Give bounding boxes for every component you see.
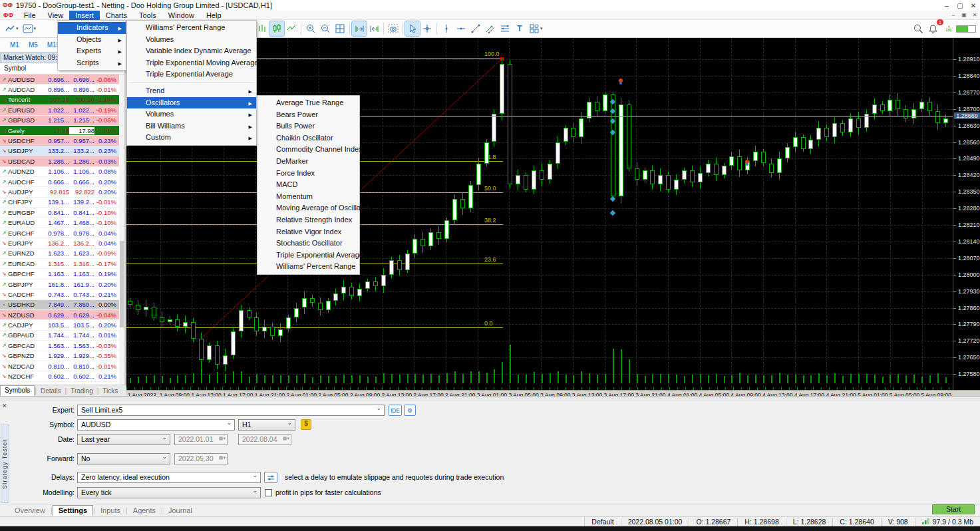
zoom-in-icon[interactable] (303, 21, 318, 36)
menu-item-momentum[interactable]: Momentum (257, 191, 359, 203)
market-watch-row-nzdcad[interactable]: ↘NZDCAD0.810...0.810...-0.01% (0, 361, 121, 371)
restore-button[interactable]: ▢ (953, 2, 967, 9)
market-watch-row-eurusd[interactable]: ↗EURUSD1.022...1.022...-0.19% (0, 105, 121, 115)
menu-item-oscillators[interactable]: Oscillators▶ (127, 97, 256, 109)
menu-charts[interactable]: Charts (100, 11, 133, 20)
menu-item-triple-exponential-average[interactable]: Triple Exponential Average (257, 250, 359, 262)
menu-item-chaikin-oscillator[interactable]: Chaikin Oscillator (257, 132, 359, 144)
menu-item-bill-williams[interactable]: Bill Williams▶ (127, 120, 256, 132)
date-mode-select[interactable]: Last year (77, 434, 170, 445)
market-watch-row-nzdchf[interactable]: ↘NZDCHF0.602...0.602...0.21% (0, 371, 121, 381)
period-select[interactable]: H1 (238, 419, 295, 431)
menu-insert[interactable]: Insert (69, 11, 100, 20)
chart-type-icon[interactable] (3, 21, 17, 36)
market-watch-row-audcad[interactable]: ↗AUDCAD0.896...0.896...-0.01% (0, 85, 121, 94)
menu-item-triple-exponential-moving-average[interactable]: Triple Exponential Moving Average (127, 57, 256, 69)
market-watch-row-audusd[interactable]: ↗AUDUSD0.696...0.696...-0.06% (0, 75, 121, 85)
market-watch-row-cadchf[interactable]: ↘CADCHF0.743...0.743...0.21% (0, 289, 121, 299)
market-watch-row-usdhkd[interactable]: •USDHKD7.849...7.850...0.00% (0, 300, 121, 310)
market-watch-tab-details[interactable]: Details (37, 387, 65, 395)
price-axis[interactable]: 1.289101.288401.287701.287001.286301.285… (953, 38, 980, 390)
menu-item-triple-exponential-average[interactable]: Triple Exponential Average (127, 69, 256, 81)
chart-minimize-button[interactable]: – (948, 12, 959, 18)
market-watch-row-usdcad[interactable]: ↘USDCAD1.286...1.286...0.03% (0, 156, 121, 166)
menu-item-moving-average-of-oscillator[interactable]: Moving Average of Oscillator (257, 202, 359, 214)
symbol-select[interactable]: AUDUSD (77, 419, 235, 431)
market-watch-row-eurcad[interactable]: ↗EURCAD1.315...1.316...-0.17% (0, 259, 121, 269)
crosshair-icon[interactable] (420, 21, 434, 36)
date-from-field[interactable]: 2022.01.01 (174, 434, 228, 445)
horizontal-line-tool-icon[interactable] (454, 21, 468, 36)
text-tool-icon[interactable]: T (512, 21, 527, 36)
market-watch-row-audnzd[interactable]: ↗AUDNZD1.106...1.106...0.08% (0, 167, 121, 177)
menu-view[interactable]: View (42, 11, 70, 20)
market-watch-row-audchf[interactable]: ↗AUDCHF0.666...0.666...0.20% (0, 177, 121, 187)
expert-settings-gear-icon[interactable]: ⚙ (404, 405, 416, 416)
market-watch-tab-symbols[interactable]: Symbols (0, 385, 35, 396)
close-button[interactable]: ✕ (967, 2, 980, 9)
symbol-properties-button[interactable]: $ (301, 419, 311, 430)
market-watch-row-nzdusd[interactable]: ↘NZDUSD0.629...0.629...-0.04% (0, 310, 121, 320)
cursor-icon[interactable] (405, 21, 420, 36)
minimize-button[interactable]: – (940, 2, 953, 9)
tile-windows-icon[interactable] (333, 21, 347, 36)
zoom-out-icon[interactable] (318, 21, 333, 36)
equidistant-channel-icon[interactable] (498, 21, 512, 36)
menu-item-williams-percent-range[interactable]: Williams' Percent Range (127, 22, 256, 34)
tester-tab-overview[interactable]: Overview (9, 506, 51, 515)
market-watch-row-gbpnzd[interactable]: ↘GBPNZD1.929...1.929...-0.35% (0, 351, 121, 361)
tester-tab-journal[interactable]: Journal (163, 506, 198, 515)
menu-item-williams-percent-range[interactable]: Williams' Percent Range (257, 261, 359, 273)
tester-tab-settings[interactable]: Settings (53, 505, 93, 516)
menu-item-variable-index-dynamic-average[interactable]: Variable Index Dynamic Average (127, 45, 256, 57)
menu-item-indicators[interactable]: Indicators▶ (58, 22, 126, 34)
menu-item-volumes[interactable]: Volumes▶ (127, 108, 256, 120)
start-button[interactable]: Start (932, 504, 975, 514)
market-watch-row-usdchf[interactable]: ↘USDCHF0.957...0.957...0.23% (0, 136, 121, 146)
menu-item-bears-power[interactable]: Bears Power (257, 109, 359, 121)
market-watch-row-eurnzd[interactable]: ↗EURNZD1.623...1.623...-0.09% (0, 249, 121, 259)
vertical-line-tool-icon[interactable] (439, 21, 454, 36)
market-watch-row-eurjpy[interactable]: ↘EURJPY136.2...136.2...0.04% (0, 238, 121, 248)
market-watch-row-gbpcad[interactable]: ↗GBPCAD1.563...1.563...-0.03% (0, 341, 121, 351)
menu-item-relative-strength-index[interactable]: Relative Strength Index (257, 214, 359, 226)
fibonacci-line-0-0[interactable] (126, 327, 503, 328)
market-watch-row-audjpy[interactable]: ↘AUDJPY92.81592.8220.20% (0, 187, 121, 197)
menu-item-relative-vigor-index[interactable]: Relative Vigor Index (257, 226, 359, 238)
profit-pips-checkbox[interactable] (265, 489, 272, 496)
menu-file[interactable]: File (18, 11, 42, 20)
menu-item-demarker[interactable]: DeMarker (257, 156, 359, 168)
date-to-field[interactable]: 2022.08.04 (238, 434, 291, 445)
market-watch-row-eurchf[interactable]: ↗EURCHF0.978...0.978...0.04% (0, 228, 121, 238)
market-watch-row-usdjpy[interactable]: ↘USDJPY133.2...133.2...0.23% (0, 146, 121, 156)
line-chart-mode-icon[interactable] (284, 21, 299, 36)
channel-tool-icon[interactable] (483, 21, 498, 36)
market-watch-row-cadjpy[interactable]: ↗CADJPY103.5...103.5...0.20% (0, 320, 121, 330)
menu-item-bulls-power[interactable]: Bulls Power (257, 120, 359, 132)
delays-select[interactable]: Zero latency, ideal execution (77, 472, 261, 483)
modelling-select[interactable]: Every tick (77, 487, 261, 498)
market-watch-row-euraud[interactable]: ↗EURAUD1.467...1.468...-0.10% (0, 218, 121, 228)
delay-settings-icon[interactable] (264, 472, 277, 483)
menu-item-average-true-range[interactable]: Average True Range (257, 97, 359, 109)
menu-item-custom[interactable]: Custom▶ (127, 132, 256, 144)
menu-window[interactable]: Window (162, 11, 200, 20)
screenshot-icon[interactable] (386, 21, 401, 36)
candlestick-mode-icon[interactable] (269, 21, 284, 36)
indicator-window-icon[interactable] (21, 21, 35, 36)
forward-date-field[interactable]: 2022.05.30 (174, 453, 228, 464)
market-watch-row-gbpchf[interactable]: ↘GBPCHF1.163...1.163...0.19% (0, 269, 121, 279)
menu-item-force-index[interactable]: Force Index (257, 168, 359, 180)
notifications-icon[interactable]: 1 (926, 21, 941, 36)
objects-tool-icon[interactable] (527, 21, 542, 36)
status-segment-0[interactable]: Default (584, 518, 620, 526)
menu-item-macd[interactable]: MACD (257, 179, 359, 191)
chart-restore-button[interactable]: ▣ (959, 12, 969, 18)
tester-tab-inputs[interactable]: Inputs (95, 506, 126, 515)
menu-item-trend[interactable]: Trend▶ (127, 85, 256, 97)
menu-tools[interactable]: Tools (133, 11, 162, 20)
menu-item-stochastic-oscillator[interactable]: Stochastic Oscillator (257, 238, 359, 250)
chart-shift-icon[interactable] (367, 21, 381, 36)
market-watch-scrollbar[interactable] (119, 75, 124, 385)
market-watch-row-tencent[interactable]: ↘Tencent307.30308.20-1.19% (0, 95, 121, 105)
